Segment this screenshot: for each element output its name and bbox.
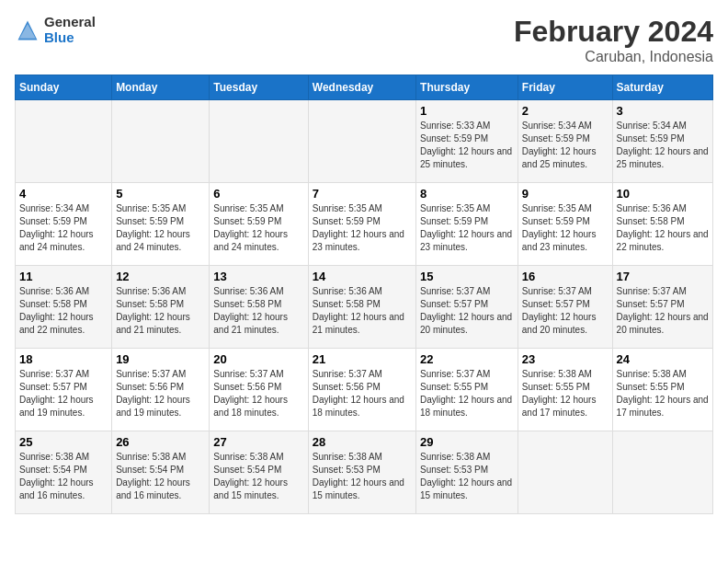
calendar-cell xyxy=(612,431,712,514)
column-header-wednesday: Wednesday xyxy=(308,75,415,100)
calendar-cell: 12Sunrise: 5:36 AM Sunset: 5:58 PM Dayli… xyxy=(112,266,210,349)
column-header-monday: Monday xyxy=(112,75,210,100)
column-header-thursday: Thursday xyxy=(416,75,518,100)
calendar-cell: 23Sunrise: 5:38 AM Sunset: 5:55 PM Dayli… xyxy=(518,349,612,431)
day-info: Sunrise: 5:35 AM Sunset: 5:59 PM Dayligh… xyxy=(116,202,205,254)
column-header-saturday: Saturday xyxy=(612,75,712,100)
day-number: 27 xyxy=(213,435,303,449)
calendar-cell: 7Sunrise: 5:35 AM Sunset: 5:59 PM Daylig… xyxy=(308,183,415,266)
logo-icon xyxy=(15,17,40,43)
day-info: Sunrise: 5:37 AM Sunset: 5:57 PM Dayligh… xyxy=(522,285,609,337)
calendar-cell: 2Sunrise: 5:34 AM Sunset: 5:59 PM Daylig… xyxy=(518,100,612,183)
day-number: 24 xyxy=(617,352,709,366)
day-number: 6 xyxy=(213,187,303,201)
calendar-cell: 22Sunrise: 5:37 AM Sunset: 5:55 PM Dayli… xyxy=(416,349,518,431)
day-number: 7 xyxy=(313,187,412,201)
calendar-cell: 10Sunrise: 5:36 AM Sunset: 5:58 PM Dayli… xyxy=(612,183,712,266)
day-number: 11 xyxy=(19,270,108,283)
day-number: 21 xyxy=(313,352,412,366)
day-number: 4 xyxy=(19,187,108,201)
day-number: 10 xyxy=(617,187,709,201)
day-number: 5 xyxy=(116,187,205,201)
calendar-table: SundayMondayTuesdayWednesdayThursdayFrid… xyxy=(15,75,713,514)
day-info: Sunrise: 5:38 AM Sunset: 5:53 PM Dayligh… xyxy=(420,451,514,502)
day-number: 26 xyxy=(116,435,205,449)
day-info: Sunrise: 5:37 AM Sunset: 5:57 PM Dayligh… xyxy=(420,285,514,337)
day-info: Sunrise: 5:36 AM Sunset: 5:58 PM Dayligh… xyxy=(116,285,205,337)
column-header-tuesday: Tuesday xyxy=(210,75,308,100)
column-headers: SundayMondayTuesdayWednesdayThursdayFrid… xyxy=(16,75,713,100)
calendar-cell: 26Sunrise: 5:38 AM Sunset: 5:54 PM Dayli… xyxy=(112,431,210,514)
logo-general-text: General xyxy=(44,15,96,30)
day-number: 17 xyxy=(617,270,709,283)
day-info: Sunrise: 5:37 AM Sunset: 5:56 PM Dayligh… xyxy=(116,368,205,419)
day-number: 14 xyxy=(313,270,412,283)
day-number: 2 xyxy=(522,104,609,118)
calendar-cell: 20Sunrise: 5:37 AM Sunset: 5:56 PM Dayli… xyxy=(210,349,308,431)
calendar-cell: 11Sunrise: 5:36 AM Sunset: 5:58 PM Dayli… xyxy=(16,266,112,349)
day-info: Sunrise: 5:37 AM Sunset: 5:56 PM Dayligh… xyxy=(313,368,412,419)
day-number: 28 xyxy=(313,435,412,449)
calendar-cell: 24Sunrise: 5:38 AM Sunset: 5:55 PM Dayli… xyxy=(612,349,712,431)
day-number: 1 xyxy=(420,104,514,118)
day-info: Sunrise: 5:38 AM Sunset: 5:55 PM Dayligh… xyxy=(617,368,709,419)
week-row-2: 4Sunrise: 5:34 AM Sunset: 5:59 PM Daylig… xyxy=(16,183,713,266)
day-number: 16 xyxy=(522,270,609,283)
calendar-cell: 14Sunrise: 5:36 AM Sunset: 5:58 PM Dayli… xyxy=(308,266,415,349)
calendar-cell: 5Sunrise: 5:35 AM Sunset: 5:59 PM Daylig… xyxy=(112,183,210,266)
day-info: Sunrise: 5:35 AM Sunset: 5:59 PM Dayligh… xyxy=(213,202,303,254)
day-info: Sunrise: 5:35 AM Sunset: 5:59 PM Dayligh… xyxy=(420,202,514,254)
day-info: Sunrise: 5:38 AM Sunset: 5:54 PM Dayligh… xyxy=(116,451,205,502)
calendar-cell: 1Sunrise: 5:33 AM Sunset: 5:59 PM Daylig… xyxy=(416,100,518,183)
day-info: Sunrise: 5:36 AM Sunset: 5:58 PM Dayligh… xyxy=(313,285,412,337)
calendar-cell xyxy=(518,431,612,514)
calendar-cell xyxy=(112,100,210,183)
calendar-cell: 28Sunrise: 5:38 AM Sunset: 5:53 PM Dayli… xyxy=(308,431,415,514)
day-number: 9 xyxy=(522,187,609,201)
logo-text: General Blue xyxy=(44,15,96,45)
calendar-cell xyxy=(210,100,308,183)
calendar-cell: 16Sunrise: 5:37 AM Sunset: 5:57 PM Dayli… xyxy=(518,266,612,349)
calendar-cell: 29Sunrise: 5:38 AM Sunset: 5:53 PM Dayli… xyxy=(416,431,518,514)
day-info: Sunrise: 5:37 AM Sunset: 5:55 PM Dayligh… xyxy=(420,368,514,419)
calendar-cell: 21Sunrise: 5:37 AM Sunset: 5:56 PM Dayli… xyxy=(308,349,415,431)
day-info: Sunrise: 5:35 AM Sunset: 5:59 PM Dayligh… xyxy=(313,202,412,254)
day-number: 23 xyxy=(522,352,609,366)
calendar-cell xyxy=(308,100,415,183)
calendar-cell: 13Sunrise: 5:36 AM Sunset: 5:58 PM Dayli… xyxy=(210,266,308,349)
calendar-cell: 17Sunrise: 5:37 AM Sunset: 5:57 PM Dayli… xyxy=(612,266,712,349)
day-info: Sunrise: 5:36 AM Sunset: 5:58 PM Dayligh… xyxy=(213,285,303,337)
day-number: 20 xyxy=(213,352,303,366)
day-number: 13 xyxy=(213,270,303,283)
day-number: 19 xyxy=(116,352,205,366)
calendar-cell: 19Sunrise: 5:37 AM Sunset: 5:56 PM Dayli… xyxy=(112,349,210,431)
day-info: Sunrise: 5:37 AM Sunset: 5:56 PM Dayligh… xyxy=(213,368,303,419)
day-info: Sunrise: 5:36 AM Sunset: 5:58 PM Dayligh… xyxy=(19,285,108,337)
day-info: Sunrise: 5:35 AM Sunset: 5:59 PM Dayligh… xyxy=(522,202,609,254)
day-number: 3 xyxy=(617,104,709,118)
calendar-cell: 15Sunrise: 5:37 AM Sunset: 5:57 PM Dayli… xyxy=(416,266,518,349)
week-row-1: 1Sunrise: 5:33 AM Sunset: 5:59 PM Daylig… xyxy=(16,100,713,183)
day-number: 8 xyxy=(420,187,514,201)
column-header-friday: Friday xyxy=(518,75,612,100)
calendar-cell: 4Sunrise: 5:34 AM Sunset: 5:59 PM Daylig… xyxy=(16,183,112,266)
day-number: 22 xyxy=(420,352,514,366)
calendar-cell xyxy=(16,100,112,183)
day-info: Sunrise: 5:38 AM Sunset: 5:55 PM Dayligh… xyxy=(522,368,609,419)
calendar-cell: 18Sunrise: 5:37 AM Sunset: 5:57 PM Dayli… xyxy=(16,349,112,431)
day-info: Sunrise: 5:37 AM Sunset: 5:57 PM Dayligh… xyxy=(19,368,108,419)
day-info: Sunrise: 5:34 AM Sunset: 5:59 PM Dayligh… xyxy=(617,120,709,171)
calendar-cell: 25Sunrise: 5:38 AM Sunset: 5:54 PM Dayli… xyxy=(16,431,112,514)
day-info: Sunrise: 5:33 AM Sunset: 5:59 PM Dayligh… xyxy=(420,120,514,171)
day-number: 15 xyxy=(420,270,514,283)
day-number: 18 xyxy=(19,352,108,366)
day-info: Sunrise: 5:38 AM Sunset: 5:54 PM Dayligh… xyxy=(213,451,303,502)
header: General Blue February 2024 Caruban, Indo… xyxy=(15,15,713,65)
day-number: 12 xyxy=(116,270,205,283)
calendar-cell: 27Sunrise: 5:38 AM Sunset: 5:54 PM Dayli… xyxy=(210,431,308,514)
logo: General Blue xyxy=(15,15,96,45)
day-info: Sunrise: 5:38 AM Sunset: 5:53 PM Dayligh… xyxy=(313,451,412,502)
main-title: February 2024 xyxy=(514,15,713,49)
day-info: Sunrise: 5:38 AM Sunset: 5:54 PM Dayligh… xyxy=(19,451,108,502)
week-row-3: 11Sunrise: 5:36 AM Sunset: 5:58 PM Dayli… xyxy=(16,266,713,349)
